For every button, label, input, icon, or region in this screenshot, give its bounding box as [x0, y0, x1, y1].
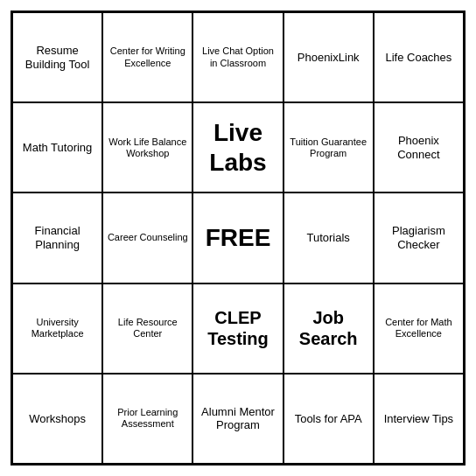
- bingo-cell-r1c0[interactable]: Math Tutoring: [12, 102, 102, 192]
- bingo-cell-r2c1[interactable]: Career Counseling: [102, 192, 192, 283]
- bingo-cell-r4c3[interactable]: Tools for APA: [284, 374, 374, 464]
- bingo-cell-r0c2[interactable]: Live Chat Option in Classroom: [192, 12, 283, 102]
- bingo-cell-r1c4[interactable]: Phoenix Connect: [374, 102, 464, 192]
- bingo-cell-r2c2[interactable]: FREE: [192, 192, 283, 283]
- bingo-cell-r4c0[interactable]: Workshops: [12, 374, 102, 464]
- bingo-cell-r3c0[interactable]: University Marketplace: [12, 284, 102, 374]
- bingo-cell-r0c1[interactable]: Center for Writing Excellence: [102, 12, 192, 102]
- bingo-cell-r4c4[interactable]: Interview Tips: [374, 374, 464, 464]
- bingo-cell-r2c4[interactable]: Plagiarism Checker: [374, 192, 464, 283]
- bingo-cell-r3c3[interactable]: Job Search: [284, 284, 374, 374]
- bingo-cell-r3c1[interactable]: Life Resource Center: [102, 284, 192, 374]
- bingo-board: Resume Building ToolCenter for Writing E…: [10, 10, 466, 466]
- bingo-cell-r4c2[interactable]: Alumni Mentor Program: [192, 374, 283, 464]
- bingo-cell-r1c2[interactable]: Live Labs: [192, 102, 283, 192]
- bingo-cell-r2c3[interactable]: Tutorials: [284, 192, 374, 283]
- bingo-cell-r3c2[interactable]: CLEP Testing: [192, 284, 283, 374]
- bingo-cell-r2c0[interactable]: Financial Planning: [12, 192, 102, 283]
- bingo-cell-r3c4[interactable]: Center for Math Excellence: [374, 284, 464, 374]
- bingo-cell-r0c3[interactable]: PhoenixLink: [284, 12, 374, 102]
- bingo-cell-r0c4[interactable]: Life Coaches: [374, 12, 464, 102]
- bingo-cell-r1c3[interactable]: Tuition Guarantee Program: [284, 102, 374, 192]
- bingo-cell-r1c1[interactable]: Work Life Balance Workshop: [102, 102, 192, 192]
- bingo-cell-r0c0[interactable]: Resume Building Tool: [12, 12, 102, 102]
- bingo-cell-r4c1[interactable]: Prior Learning Assessment: [102, 374, 192, 464]
